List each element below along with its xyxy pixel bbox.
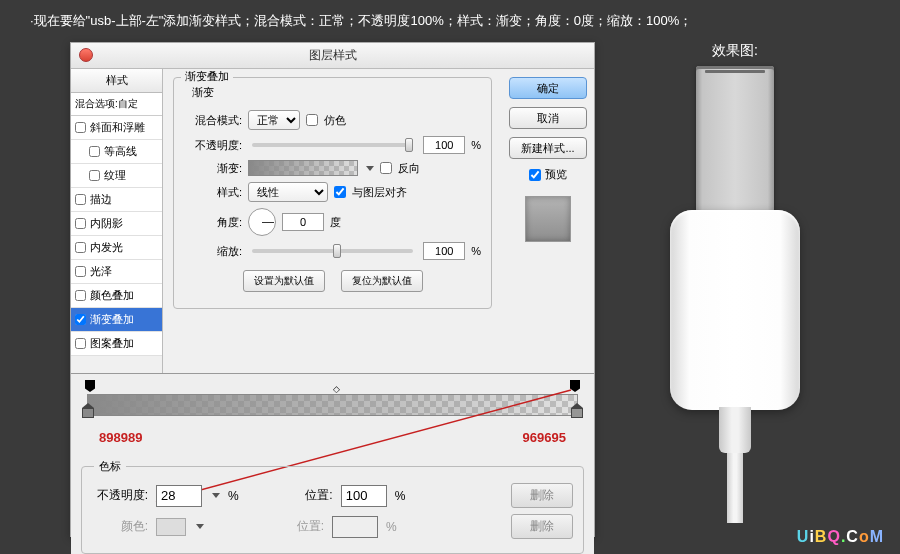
reverse-label: 反向 xyxy=(398,161,420,176)
stop-color-label: 颜色: xyxy=(92,518,148,535)
opacity-input[interactable] xyxy=(423,136,465,154)
stops-legend: 色标 xyxy=(94,459,126,474)
set-default-button[interactable]: 设置为默认值 xyxy=(243,270,325,292)
angle-dial[interactable] xyxy=(248,208,276,236)
stop-position-input-2 xyxy=(332,516,378,538)
usb-illustration xyxy=(665,66,805,526)
style-item-0[interactable]: 斜面和浮雕 xyxy=(71,116,162,140)
style-checkbox[interactable] xyxy=(89,146,100,157)
gradient-ramp[interactable] xyxy=(87,394,578,416)
percent-label-2: % xyxy=(471,245,481,257)
style-item-3[interactable]: 描边 xyxy=(71,188,162,212)
right-hex-label: 969695 xyxy=(523,430,566,445)
percent-label: % xyxy=(471,139,481,151)
style-checkbox[interactable] xyxy=(75,266,86,277)
chevron-down-icon[interactable] xyxy=(196,524,204,529)
style-item-label: 等高线 xyxy=(104,144,137,159)
reset-default-button[interactable]: 复位为默认值 xyxy=(341,270,423,292)
style-item-1[interactable]: 等高线 xyxy=(71,140,162,164)
style-item-7[interactable]: 颜色叠加 xyxy=(71,284,162,308)
style-item-label: 纹理 xyxy=(104,168,126,183)
dither-label: 仿色 xyxy=(324,113,346,128)
styles-header: 样式 xyxy=(71,69,162,93)
style-item-5[interactable]: 内发光 xyxy=(71,236,162,260)
dither-checkbox[interactable] xyxy=(306,114,318,126)
delete-color-button: 删除 xyxy=(511,514,573,539)
style-item-label: 光泽 xyxy=(90,264,112,279)
stop-position-label-2: 位置: xyxy=(268,518,324,535)
reverse-checkbox[interactable] xyxy=(380,162,392,174)
style-item-label: 颜色叠加 xyxy=(90,288,134,303)
subgroup-legend: 渐变 xyxy=(188,85,218,100)
gradient-editor: ◇ 898989 969695 色标 不透明度: % 位置: % 删除 xyxy=(71,373,594,554)
opacity-stop-right[interactable] xyxy=(570,380,580,392)
cancel-button[interactable]: 取消 xyxy=(509,107,587,129)
style-checkbox[interactable] xyxy=(75,194,86,205)
style-item-label: 内阴影 xyxy=(90,216,123,231)
midpoint-icon[interactable]: ◇ xyxy=(333,384,340,394)
instruction-caption: ·现在要给"usb-上部-左"添加渐变样式；混合模式：正常；不透明度100%；样… xyxy=(0,0,900,38)
style-checkbox[interactable] xyxy=(75,338,86,349)
gradient-label: 渐变: xyxy=(184,161,242,176)
blend-options-row[interactable]: 混合选项:自定 xyxy=(71,93,162,116)
gradient-overlay-form: 渐变叠加 渐变 混合模式: 正常 仿色 不透明度: % 渐变: xyxy=(163,69,502,373)
style-checkbox[interactable] xyxy=(75,314,86,325)
style-checkbox[interactable] xyxy=(75,290,86,301)
gradient-preview[interactable] xyxy=(248,160,358,176)
style-label: 样式: xyxy=(184,185,242,200)
color-stop-left[interactable] xyxy=(82,418,94,432)
chevron-down-icon[interactable] xyxy=(212,493,220,498)
style-item-label: 描边 xyxy=(90,192,112,207)
stop-opacity-input[interactable] xyxy=(156,485,202,507)
stop-opacity-label: 不透明度: xyxy=(92,487,148,504)
color-stop-right[interactable] xyxy=(571,418,583,432)
opacity-stop-left[interactable] xyxy=(85,380,95,392)
style-item-label: 渐变叠加 xyxy=(90,312,134,327)
chevron-down-icon[interactable] xyxy=(366,166,374,171)
style-checkbox[interactable] xyxy=(75,218,86,229)
blend-mode-select[interactable]: 正常 xyxy=(248,110,300,130)
left-hex-label: 898989 xyxy=(99,430,142,445)
result-preview: 效果图: xyxy=(630,42,840,526)
align-checkbox[interactable] xyxy=(334,186,346,198)
dialog-title: 图层样式 xyxy=(309,47,357,64)
angle-input[interactable] xyxy=(282,213,324,231)
group-legend: 渐变叠加 xyxy=(181,69,233,84)
preview-label: 效果图: xyxy=(630,42,840,60)
new-style-button[interactable]: 新建样式... xyxy=(509,137,587,159)
opacity-label: 不透明度: xyxy=(184,138,242,153)
style-item-label: 图案叠加 xyxy=(90,336,134,351)
style-item-label: 内发光 xyxy=(90,240,123,255)
preview-toggle[interactable]: 预览 xyxy=(529,167,567,182)
style-item-4[interactable]: 内阴影 xyxy=(71,212,162,236)
style-item-9[interactable]: 图案叠加 xyxy=(71,332,162,356)
opacity-slider[interactable] xyxy=(252,143,413,147)
stop-color-swatch[interactable] xyxy=(156,518,186,536)
close-icon[interactable] xyxy=(79,48,93,62)
degree-label: 度 xyxy=(330,215,341,230)
align-label: 与图层对齐 xyxy=(352,185,407,200)
style-item-8[interactable]: 渐变叠加 xyxy=(71,308,162,332)
style-checkbox[interactable] xyxy=(75,122,86,133)
style-item-label: 斜面和浮雕 xyxy=(90,120,145,135)
layer-style-dialog: 图层样式 样式 混合选项:自定 斜面和浮雕等高线纹理描边内阴影内发光光泽颜色叠加… xyxy=(70,42,595,537)
delete-stop-button[interactable]: 删除 xyxy=(511,483,573,508)
preview-swatch xyxy=(525,196,571,242)
scale-input[interactable] xyxy=(423,242,465,260)
style-item-2[interactable]: 纹理 xyxy=(71,164,162,188)
ok-button[interactable]: 确定 xyxy=(509,77,587,99)
watermark: UiBQ.CoM xyxy=(797,528,884,546)
scale-slider[interactable] xyxy=(252,249,413,253)
blend-mode-label: 混合模式: xyxy=(184,113,242,128)
dialog-buttons: 确定 取消 新建样式... 预览 xyxy=(502,69,594,373)
style-checkbox[interactable] xyxy=(89,170,100,181)
stop-position-input[interactable] xyxy=(341,485,387,507)
dialog-titlebar: 图层样式 xyxy=(71,43,594,69)
styles-list: 样式 混合选项:自定 斜面和浮雕等高线纹理描边内阴影内发光光泽颜色叠加渐变叠加图… xyxy=(71,69,163,373)
style-checkbox[interactable] xyxy=(75,242,86,253)
style-select[interactable]: 线性 xyxy=(248,182,328,202)
style-item-6[interactable]: 光泽 xyxy=(71,260,162,284)
angle-label: 角度: xyxy=(184,215,242,230)
scale-label: 缩放: xyxy=(184,244,242,259)
stop-position-label: 位置: xyxy=(277,487,333,504)
